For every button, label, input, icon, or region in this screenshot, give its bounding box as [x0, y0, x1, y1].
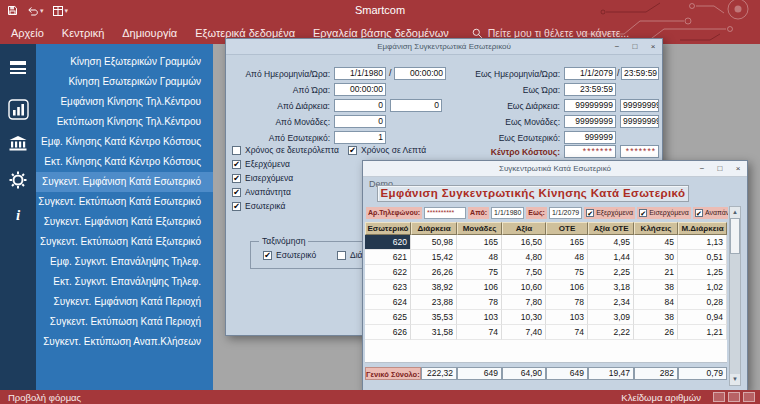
table-cell[interactable]: 103 [457, 310, 502, 325]
date-from-value[interactable]: 1/1/1980 [491, 207, 524, 219]
sidebar-item[interactable]: Συγκεντ. Εκτύπωση Κατά Εξωτερικό [36, 232, 213, 252]
info-button[interactable]: i [16, 207, 20, 224]
table-cell[interactable]: 2,22 [588, 325, 634, 340]
to-extension-field[interactable]: 999999 [564, 131, 616, 144]
minimize-button[interactable]: − [693, 161, 711, 176]
design-view-icon[interactable] [743, 392, 755, 402]
checkbox-internal[interactable]: ✔ Εσωτερικά [232, 201, 285, 211]
sidebar-item[interactable]: Κίνηση Εξωτερικών Γραμμών [36, 52, 213, 72]
sort-checkbox-extension[interactable]: ✔ Εσωτερικό [263, 250, 316, 260]
from-extension-field[interactable]: 1 [334, 131, 386, 144]
undo-button[interactable]: ▾ [27, 6, 44, 16]
table-cell[interactable]: 10,60 [502, 280, 546, 295]
scroll-down-icon[interactable]: ▼ [730, 374, 740, 385]
table-cell[interactable]: 623 [365, 280, 411, 295]
phone-number-field[interactable]: ********** [424, 207, 466, 219]
table-cell[interactable]: 48 [457, 250, 502, 265]
sidebar-item[interactable]: Εμφ. Συγκντ. Επανάληψης Τηλεφ. [36, 252, 213, 272]
menu-button[interactable] [10, 58, 26, 65]
form-view-icon[interactable] [713, 392, 725, 402]
table-cell[interactable]: 45 [634, 235, 678, 250]
table-cell[interactable]: 624 [365, 295, 411, 310]
vertical-scrollbar[interactable]: ▲ ▼ [729, 206, 741, 386]
tab-file[interactable]: Αρχείο [2, 22, 53, 44]
table-cell[interactable]: 78 [546, 295, 588, 310]
table-cell[interactable]: 48 [546, 250, 588, 265]
table-cell[interactable]: 74 [546, 325, 588, 340]
table-cell[interactable]: 38,92 [411, 280, 457, 295]
close-button[interactable]: × [644, 39, 662, 54]
table-cell[interactable]: 7,50 [502, 265, 546, 280]
table-cell[interactable]: 165 [546, 235, 588, 250]
table-cell[interactable]: 4,80 [502, 250, 546, 265]
tab-home[interactable]: Κεντρική [53, 22, 113, 44]
table-cell[interactable]: 1,44 [588, 250, 634, 265]
table-cell[interactable]: 38 [634, 310, 678, 325]
table-cell[interactable]: 23,88 [411, 295, 457, 310]
table-cell[interactable]: 1,25 [678, 265, 727, 280]
table-cell[interactable]: 621 [365, 250, 411, 265]
to-date-field[interactable]: 1/1/2079 [564, 67, 616, 80]
checkbox-time-minutes[interactable]: ✔ Χρόνος σε Λεπτά [348, 145, 426, 155]
sidebar-item[interactable]: Εμφ. Κίνησης Κατά Κέντρο Κόστους [36, 132, 213, 152]
scrollbar-thumb[interactable] [730, 218, 740, 254]
chart-button[interactable] [8, 99, 29, 120]
sidebar-item[interactable]: Εκτύπωση Κίνησης Τηλ.Κέντρου [36, 112, 213, 132]
table-cell[interactable]: 626 [365, 325, 411, 340]
sidebar-item[interactable]: Εκτ. Συγκντ. Επανάληψης Τηλεφ. [36, 272, 213, 292]
table-cell[interactable]: 74 [457, 325, 502, 340]
table-cell[interactable]: 106 [457, 280, 502, 295]
maximize-button[interactable]: □ [711, 161, 729, 176]
sidebar-item[interactable]: Κίνηση Εσωτερικών Γραμμών [36, 72, 213, 92]
table-cell[interactable]: 622 [365, 265, 411, 280]
table-cell[interactable]: 38 [634, 280, 678, 295]
table-cell[interactable]: 31,58 [411, 325, 457, 340]
from-date-field[interactable]: 1/1/1980 [334, 67, 386, 80]
sidebar-item[interactable]: Συγκεντ. Εκτύπωση Αναπ.Κλήσεων [36, 332, 213, 352]
table-cell[interactable]: 26 [634, 325, 678, 340]
table-cell[interactable]: 1,02 [678, 280, 727, 295]
cost-center-field-1[interactable]: ******* [564, 145, 616, 158]
filter-checkbox-incoming[interactable]: ✔ Εισερχόμενα [637, 207, 691, 219]
sidebar-item[interactable]: Συγκεντ. Εμφάνιση Κατά Περιοχή [36, 292, 213, 312]
table-cell[interactable]: 26,26 [411, 265, 457, 280]
datasheet-button[interactable]: ▾ [53, 6, 69, 16]
minimize-button[interactable]: − [608, 39, 626, 54]
from-units-field[interactable]: 0 [334, 115, 386, 128]
table-cell[interactable]: 75 [546, 265, 588, 280]
to-time-field[interactable]: 23:59:59 [564, 83, 616, 96]
table-cell[interactable]: 84 [634, 295, 678, 310]
from-duration-field-1[interactable]: 0 [334, 99, 386, 112]
table-cell[interactable]: 30 [634, 250, 678, 265]
table-cell[interactable]: 16,50 [502, 235, 546, 250]
table-cell[interactable]: 0,94 [678, 310, 727, 325]
table-cell[interactable]: 1,13 [678, 235, 727, 250]
table-cell[interactable]: 78 [457, 295, 502, 310]
sidebar-item-selected[interactable]: Συγκεντ. Εμφάνιση Κατά Εσωτερικό [36, 172, 213, 192]
table-cell[interactable]: 106 [546, 280, 588, 295]
to-datetime-time-field[interactable]: 23:59:59 [621, 67, 659, 80]
checkbox-incoming[interactable]: ✔ Εισερχόμενα [232, 173, 293, 183]
sidebar-item[interactable]: Συγκεντ. Εκτύπωση Κατά Περιοχή [36, 312, 213, 332]
table-cell[interactable]: 50,98 [411, 235, 457, 250]
to-units-field-2[interactable]: 99999999 [620, 115, 659, 128]
tab-create[interactable]: Δημιουργία [113, 22, 186, 44]
cost-center-field-2[interactable]: ******* [620, 145, 659, 158]
scroll-up-icon[interactable]: ▲ [730, 207, 740, 218]
to-duration-field-1[interactable]: 99999999 [564, 99, 616, 112]
table-cell[interactable]: 15,42 [411, 250, 457, 265]
filter-checkbox-outgoing[interactable]: ✔ Εξερχόμενα [584, 207, 635, 219]
close-button[interactable]: × [729, 161, 747, 176]
sidebar-item[interactable]: Συγκεντ. Εμφάνιση Κατά Εξωτερικό [36, 212, 213, 232]
sidebar-item[interactable]: Εμφάνιση Κίνησης Τηλ.Κέντρου [36, 92, 213, 112]
date-to-value[interactable]: 1/1/2079 [549, 207, 582, 219]
sidebar-item[interactable]: Εκτ. Κίνησης Κατά Κέντρο Κόστους [36, 152, 213, 172]
to-units-field-1[interactable]: 99999999 [564, 115, 616, 128]
table-cell[interactable]: 4,95 [588, 235, 634, 250]
table-cell[interactable]: 10,30 [502, 310, 546, 325]
table-cell[interactable]: 2,34 [588, 295, 634, 310]
from-time-field[interactable]: 00:00:00 [334, 83, 386, 96]
from-datetime-time-field[interactable]: 00:00:00 [394, 67, 446, 80]
checkbox-time-seconds[interactable]: Χρόνος σε δευτερόλεπτα [232, 145, 339, 155]
settings-button[interactable] [9, 171, 27, 189]
